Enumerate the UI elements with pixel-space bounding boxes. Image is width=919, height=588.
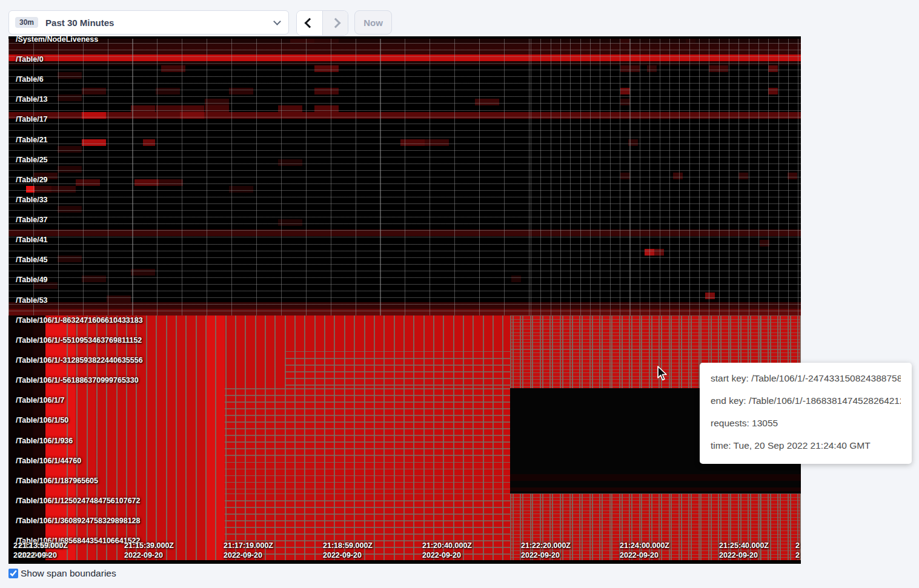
cell-tooltip: start key: /Table/106/1/-247433150824388…	[700, 363, 912, 464]
heatmap-region	[21, 315, 33, 560]
time-range-dropdown[interactable]: 30m Past 30 Minutes	[8, 10, 289, 35]
heatmap-region	[285, 351, 510, 388]
heatmap-region	[8, 315, 21, 560]
key-visualizer-page: 30m Past 30 Minutes Now /System/NodeLive…	[0, 0, 919, 588]
tooltip-time: time: Tue, 20 Sep 2022 21:24:40 GMT	[711, 434, 901, 457]
heatmap-region	[8, 36, 801, 39]
chevron-down-icon	[273, 18, 281, 25]
heatmap-region	[8, 36, 531, 315]
show-span-boundaries-toggle[interactable]: Show span boundaries	[8, 568, 116, 579]
tooltip-requests: requests: 13055	[711, 412, 901, 434]
heatmap-region	[531, 36, 801, 315]
next-time-button[interactable]	[322, 11, 348, 35]
time-nav-group	[296, 10, 348, 36]
chevron-right-icon	[330, 18, 340, 28]
chevron-left-icon	[305, 18, 315, 28]
show-span-boundaries-label: Show span boundaries	[21, 568, 116, 579]
heatmap-region	[225, 388, 510, 494]
prev-time-button[interactable]	[297, 11, 322, 35]
tooltip-end-key: end key: /Table/106/1/-18683814745282642…	[711, 389, 901, 412]
heatmap-region	[8, 560, 801, 564]
time-range-badge: 30m	[15, 17, 38, 28]
time-range-label: Past 30 Minutes	[45, 18, 274, 28]
tooltip-start-key: start key: /Table/106/1/-247433150824388…	[711, 367, 901, 389]
heatmap-region	[510, 474, 801, 481]
heatmap-region	[225, 494, 510, 560]
heatmap-region	[33, 315, 45, 560]
key-visualizer-heatmap[interactable]: /System/NodeLiveness/Table/0/Table/6/Tab…	[8, 36, 801, 564]
heatmap-region	[510, 494, 801, 560]
now-button[interactable]: Now	[354, 10, 392, 35]
show-span-boundaries-checkbox[interactable]	[8, 569, 18, 578]
heatmap-region	[510, 487, 801, 491]
